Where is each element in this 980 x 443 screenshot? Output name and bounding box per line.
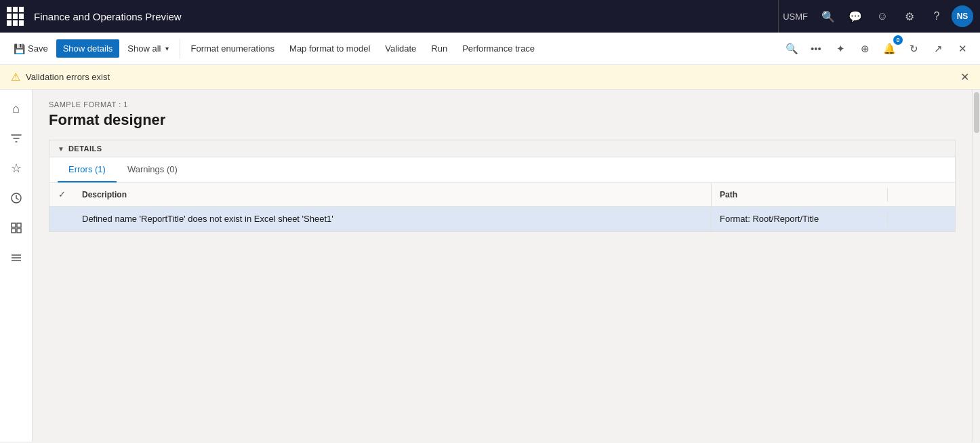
sidebar-workspaces-icon[interactable] [3,214,30,242]
table-row[interactable]: Defined name 'ReportTitle' does not exis… [49,207,955,231]
sidebar-recent-icon[interactable] [3,185,30,212]
map-format-button[interactable]: Map format to model [283,39,377,58]
svg-rect-2 [17,223,21,227]
table-header-row: ✓ Description Path [49,182,955,207]
details-tabs: Errors (1) Warnings (0) [49,157,955,182]
performance-trace-button[interactable]: Performance trace [455,39,542,58]
details-collapse-arrow: ▼ [58,145,64,153]
th-check: ✓ [49,182,74,206]
breadcrumb: SAMPLE FORMAT : 1 [49,100,956,109]
page-title: Format designer [49,111,956,129]
th-description: Description [74,183,711,206]
search-top-icon[interactable]: 🔍 [816,4,840,28]
alert-warning-icon: ⚠ [11,71,20,83]
nav-divider [778,0,779,33]
validate-button[interactable]: Validate [378,39,423,58]
sidebar-modules-icon[interactable] [3,244,30,271]
alert-message: Validation errors exist [26,72,955,82]
run-button[interactable]: Run [424,39,454,58]
main-content: SAMPLE FORMAT : 1 Format designer ▼ DETA… [33,90,972,442]
user-avatar[interactable]: NS [952,5,973,27]
svg-rect-3 [12,229,16,233]
svg-rect-4 [17,229,21,233]
th-path: Path [711,183,887,206]
close-toolbar-button[interactable]: ✕ [952,38,973,60]
sidebar-favorites-icon[interactable]: ☆ [3,155,30,182]
search-toolbar-button[interactable]: 🔍 [781,38,802,60]
save-button[interactable]: 💾 Save [7,39,55,58]
th-extra [887,188,955,201]
toolbar-divider-1 [180,39,180,58]
external-link-button[interactable]: ↗ [927,38,949,60]
top-nav-right: USMF 🔍 💬 ☺ ⚙ ? NS [783,4,973,28]
tab-warnings[interactable]: Warnings (0) [117,157,188,182]
sidebar-filter-icon[interactable] [3,125,30,152]
notifications-badge[interactable]: 🔔 0 [878,38,900,60]
notification-count: 0 [893,35,903,45]
help-icon[interactable]: ? [924,4,949,28]
left-sidebar: ⌂ ☆ [0,90,33,442]
details-header[interactable]: ▼ DETAILS [49,140,955,157]
app-grid-icon[interactable] [7,7,26,26]
details-section: ▼ DETAILS Errors (1) Warnings (0) ✓ [49,140,956,232]
emoji-icon[interactable]: ☺ [870,4,895,28]
td-description: Defined name 'ReportTitle' does not exis… [74,207,711,231]
tab-errors[interactable]: Errors (1) [58,157,117,182]
format-enumerations-button[interactable]: Format enumerations [184,39,282,58]
settings-icon[interactable]: ⚙ [897,4,922,28]
td-extra [887,212,955,226]
more-button[interactable]: ••• [805,38,827,60]
comment-icon[interactable]: 💬 [843,4,867,28]
errors-table: ✓ Description Path Defined name 'ReportT… [49,182,955,231]
main-layout: ⌂ ☆ [0,90,980,442]
scrollbar-thumb[interactable] [974,92,979,133]
puzzle-button[interactable]: ⊕ [854,38,876,60]
app-title: Finance and Operations Preview [34,11,774,22]
details-label: DETAILS [68,145,102,153]
save-icon: 💾 [14,43,25,54]
company-label: USMF [783,12,808,22]
right-scrollbar[interactable] [972,90,980,442]
sidebar-home-icon[interactable]: ⌂ [3,95,30,122]
top-nav-bar: Finance and Operations Preview USMF 🔍 💬 … [0,0,980,33]
refresh-button[interactable]: ↻ [903,38,924,60]
show-all-dropdown-icon: ▾ [165,45,169,52]
svg-rect-1 [12,223,16,227]
show-all-button[interactable]: Show all ▾ [121,39,175,58]
td-path: Format: Root/Report/Title [711,207,887,231]
check-header-icon: ✓ [58,189,66,199]
td-check [49,212,74,226]
alert-close-button[interactable]: ✕ [960,71,969,83]
magic-button[interactable]: ✦ [830,38,851,60]
toolbar-right: 🔍 ••• ✦ ⊕ 🔔 0 ↻ ↗ ✕ [781,38,973,60]
show-details-button[interactable]: Show details [56,39,120,58]
alert-banner: ⚠ Validation errors exist ✕ [0,65,980,90]
toolbar: 💾 Save Show details Show all ▾ Format en… [0,33,980,65]
